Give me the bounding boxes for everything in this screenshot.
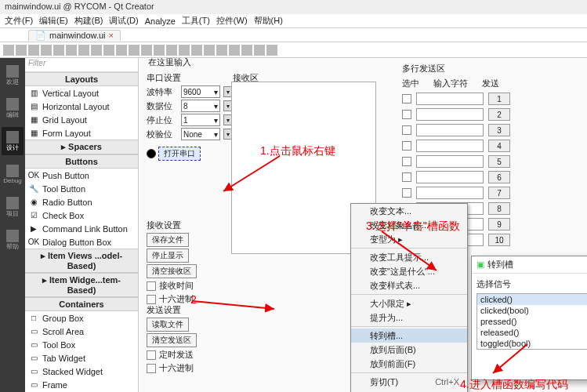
widget-item[interactable]: □Group Box [25,311,138,325]
ctx-item[interactable]: 复制(C)Ctrl+C [351,389,467,392]
ctx-item[interactable]: 改变样式表... [351,278,467,292]
widget-item[interactable]: OKPush Button [25,169,138,182]
open-port-button[interactable]: 打开串口 [158,147,201,161]
signal-list[interactable]: clicked()QAbstractButtonclicked(bool)QAb… [476,293,587,350]
toolbar-icon[interactable] [41,45,52,56]
checkbox[interactable] [147,281,156,291]
combo-数据位[interactable]: 8 ▾ [181,100,220,112]
checkbox[interactable] [147,295,156,304]
widget-item[interactable]: ▥Vertical Layout [25,86,138,100]
btn-清空发送区[interactable]: 清空发送区 [147,333,197,347]
toolbar-icon[interactable] [166,45,177,56]
widget-item[interactable]: ▭Frame [25,378,138,391]
multi-input[interactable] [416,140,484,152]
ctx-item[interactable]: 剪切(T)Ctrl+X [351,375,467,389]
multi-send-btn[interactable]: 9 [488,218,510,230]
combo-校验位[interactable]: None ▾ [181,128,220,140]
ctx-item[interactable]: 放到前面(F) [351,357,467,371]
menu-item[interactable]: 控件(W) [216,15,248,27]
multi-input[interactable] [416,124,484,136]
toolbar-icon[interactable] [78,45,89,56]
menu-item[interactable]: 调试(D) [109,15,138,27]
multi-checkbox[interactable] [402,172,411,182]
signal-row[interactable]: released()QAbstractButton [477,327,587,338]
widget-item[interactable]: ▦Form Layout [25,126,138,140]
checkbox[interactable] [147,350,156,360]
ctx-item[interactable]: 大小限定 ▸ [351,296,467,310]
mode-Debug[interactable]: Debug [2,160,24,188]
menu-item[interactable]: 文件(F) [5,15,33,27]
multi-checkbox[interactable] [402,94,411,103]
multi-checkbox[interactable] [402,157,411,166]
widget-item[interactable]: ▭Scroll Area [25,325,138,338]
multi-checkbox[interactable] [402,110,411,119]
multi-input[interactable] [416,155,484,168]
mode-编辑[interactable]: 编辑 [2,94,24,122]
multi-send-btn[interactable]: 6 [488,171,510,183]
multi-checkbox[interactable] [402,141,411,151]
multi-send-btn[interactable]: 7 [488,187,510,199]
ctx-item[interactable]: 改变文本... [351,204,467,218]
menu-item[interactable]: Analyze [145,16,176,26]
widget-item[interactable]: ▶Command Link Button [25,222,138,235]
menu-item[interactable]: 构建(B) [74,15,103,27]
menu-item[interactable]: 帮助(H) [254,15,283,27]
toolbar-icon[interactable] [91,45,102,56]
mode-设计[interactable]: 设计 [2,127,24,155]
btn-清空接收区[interactable]: 清空接收区 [147,264,197,278]
menu-item[interactable]: 工具(T) [182,15,210,27]
signal-row[interactable]: clicked(bool)QAbstractButton [477,305,587,316]
toolbar-icon[interactable] [116,45,127,56]
mode-欢迎[interactable]: 欢迎 [2,61,24,89]
ctx-item[interactable]: 转到槽... [351,328,467,343]
widget-item[interactable]: ◉Radio Button [25,195,138,209]
filter-input[interactable]: Filter [25,58,138,72]
toolbar-icon[interactable] [141,45,152,56]
ctx-item[interactable]: 变型为 ▸ [351,232,467,246]
widget-item[interactable]: OKDialog Button Box [25,235,138,249]
btn-保存文件[interactable]: 保存文件 [147,233,189,247]
toolbar-icon[interactable] [216,45,227,56]
signal-row[interactable]: toggled(bool)QAbstractButton [477,338,587,349]
widget-item[interactable]: ▤Horizontal Layout [25,100,138,113]
widget-item[interactable]: 🔧Tool Button [25,182,138,195]
toolbar-icon[interactable] [129,45,140,56]
category-Layouts[interactable]: Layouts [25,72,138,86]
multi-checkbox[interactable] [402,125,411,135]
ctx-item[interactable]: 提升为... [351,310,467,325]
multi-send-btn[interactable]: 3 [488,124,510,136]
toolbar-icon[interactable] [241,45,252,56]
ctx-item[interactable]: 改变"这是什么"... [351,264,467,278]
checkbox[interactable] [147,364,156,373]
widget-item[interactable]: ▭Tool Box [25,338,138,351]
toolbar-icon[interactable] [266,45,277,56]
combo-停止位[interactable]: 1 ▾ [181,114,220,126]
category-itemwidgets[interactable]: ▸ Item Widge...tem-Based) [25,273,138,297]
multi-input[interactable] [416,93,484,105]
combo-波特率[interactable]: 9600 ▾ [181,85,220,98]
multi-input[interactable] [416,187,484,199]
btn-读取文件[interactable]: 读取文件 [147,318,189,332]
ctx-item[interactable]: 改变对象名称... [351,218,467,232]
toolbar-icon[interactable] [66,45,77,56]
toolbar-icon[interactable] [229,45,240,56]
multi-input[interactable] [416,108,484,121]
widget-item[interactable]: ▭Tab Widget [25,351,138,365]
multi-checkbox[interactable] [402,188,411,198]
ctx-item[interactable]: 放到后面(B) [351,343,467,357]
widget-item[interactable]: ▭Stacked Widget [25,365,138,378]
toolbar-icon[interactable] [154,45,165,56]
multi-send-btn[interactable]: 4 [488,140,510,152]
widget-item[interactable]: ▦Grid Layout [25,113,138,126]
widget-list[interactable]: Layouts▥Vertical Layout▤Horizontal Layou… [25,72,138,392]
signal-row[interactable]: pressed()QAbstractButton [477,316,587,327]
category-Containers[interactable]: Containers [25,297,138,311]
close-icon[interactable]: × [109,31,114,40]
toolbar-icon[interactable] [3,45,14,56]
mode-帮助[interactable]: 帮助 [2,226,24,254]
widget-item[interactable]: ☑Check Box [25,209,138,222]
multi-send-btn[interactable]: 8 [488,202,510,215]
multi-input[interactable] [416,171,484,183]
category-Buttons[interactable]: Buttons [25,154,138,169]
multi-send-btn[interactable]: 1 [488,93,510,105]
